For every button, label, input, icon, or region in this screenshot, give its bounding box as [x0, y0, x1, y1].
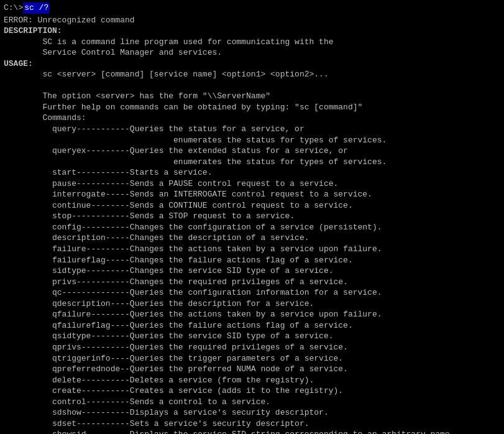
- description-label: DESCRIPTION:: [4, 26, 62, 35]
- prompt-cmd: sc /?: [23, 2, 50, 14]
- usage-label: USAGE:: [4, 59, 33, 68]
- terminal-window: C:\> sc /? ERROR: Unrecognized command D…: [4, 2, 500, 434]
- description-text: SC is a command line program used for co…: [4, 37, 500, 58]
- prompt-path: C:\>: [4, 2, 23, 14]
- usage-text: sc <server> [command] [service name] <op…: [4, 69, 500, 434]
- prompt-line: C:\> sc /?: [4, 2, 500, 14]
- usage-section: USAGE: sc <server> [command] [service na…: [4, 58, 500, 434]
- description-section: DESCRIPTION: SC is a command line progra…: [4, 25, 500, 58]
- error-line: ERROR: Unrecognized command: [4, 15, 500, 26]
